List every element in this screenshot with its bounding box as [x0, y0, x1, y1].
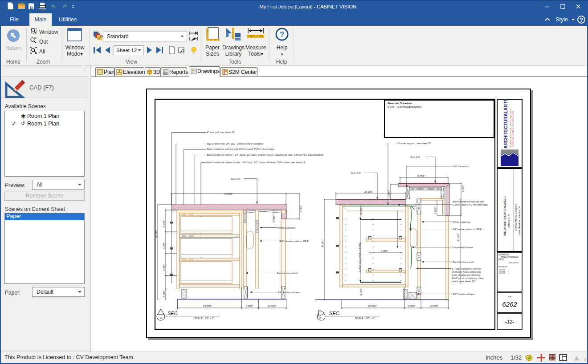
- svg-text:36.000": 36.000": [155, 229, 157, 238]
- svg-text:Sum 0-0: Sum 0-0: [231, 178, 241, 180]
- svg-text:B: B: [319, 317, 321, 320]
- svg-text:6.000": 6.000": [388, 190, 390, 197]
- svg-text:3/4" veneer panel on MDF: 3/4" veneer panel on MDF: [279, 240, 309, 243]
- svg-text:8.000": 8.000": [417, 175, 425, 178]
- svg-text:3/4" veneer panel on MDF: 3/4" veneer panel on MDF: [453, 228, 482, 231]
- svg-text:SCALE : 1/2" = 1": SCALE : 1/2" = 1": [194, 317, 214, 320]
- svg-text:Black melamine interior - 3/4": Black melamine interior - 3/4" body, 1/2…: [207, 154, 324, 156]
- svg-text:plastic- see sheet 19.: plastic- see sheet 19.: [451, 280, 475, 283]
- svg-text:shelf pins-holes drilled into: shelf pins-holes drilled into: [452, 271, 481, 273]
- svg-text:MILLWORK SHOP DRAWINGS: MILLWORK SHOP DRAWINGS: [503, 195, 506, 236]
- svg-text:36.000": 36.000": [321, 239, 324, 247]
- svg-text:23.000": 23.000": [368, 305, 377, 307]
- svg-text:1.006": 1.006": [273, 215, 275, 222]
- svg-text:Materials Schedule: Materials Schedule: [388, 102, 412, 105]
- svg-text:0-0-0 Cambria Bellingham: 0-0-0 Cambria Bellingham: [388, 105, 421, 108]
- svg-text:9.440": 9.440": [163, 242, 165, 249]
- svg-text:5.625": 5.625": [434, 206, 437, 214]
- svg-text:Black melamine sub-top with: Black melamine sub-top with: [453, 200, 484, 203]
- svg-text:Black melamine sub-top with 0.: Black melamine sub-top with 0.5mm Hack P…: [207, 148, 274, 150]
- svg-text:1.750": 1.750": [461, 185, 464, 192]
- svg-text:23.000": 23.000": [203, 305, 212, 307]
- svg-text:Particle board stud: Particle board stud: [453, 261, 474, 263]
- svg-text:4.000": 4.000": [381, 250, 388, 252]
- svg-text:WD-0 veneer on 3/4" MDF, 0.5mm: WD-0 veneer on 3/4" MDF, 0.5mm veneer ba…: [207, 142, 263, 145]
- svg-text:4.000": 4.000": [163, 290, 165, 297]
- svg-text:9.440": 9.440": [163, 220, 165, 227]
- svg-text:10.000": 10.000": [430, 305, 439, 307]
- svg-text:3/4" hardwood base: 3/4" hardwood base: [278, 291, 300, 294]
- svg-text:SEC: SEC: [329, 311, 339, 316]
- svg-text:JONAH COLEMAN: JONAH COLEMAN: [501, 256, 519, 259]
- svg-text:09/17/18 .......: 09/17/18 .......: [499, 272, 510, 274]
- svg-text:41.000": 41.000": [224, 193, 233, 195]
- svg-text:Black melamine drawer boxes -: Black melamine drawer boxes - 3/4" body,…: [207, 161, 306, 164]
- svg-text:MILLWORK | ARCHITECTURE | DESI: MILLWORK | ARCHITECTURE | DESIGN | INSTA…: [510, 109, 512, 147]
- svg-text:22.563" REMOVABLE PANEL: 22.563" REMOVABLE PANEL: [359, 242, 361, 273]
- svg-text:6262: 6262: [502, 300, 517, 308]
- svg-text:DATE :: DATE :: [498, 259, 505, 261]
- svg-text:30.250": 30.250": [457, 233, 460, 242]
- svg-text:Concealed Bracket: Concealed Bracket: [452, 246, 473, 249]
- svg-text:?: ?: [580, 16, 583, 23]
- svg-text:SEC: SEC: [167, 311, 178, 316]
- svg-text:09/10/2018: 09/10/2018: [509, 262, 519, 264]
- svg-text:6.000": 6.000": [408, 305, 416, 307]
- svg-text:3.750": 3.750": [299, 205, 302, 212]
- svg-text:?: ?: [280, 30, 284, 39]
- svg-text:0.5mm Hack PVC on front edge: 0.5mm Hack PVC on front edge: [453, 203, 488, 206]
- svg-text:-12-: -12-: [505, 319, 514, 324]
- svg-text:Sum 0-0: Sum 0-0: [410, 156, 420, 158]
- svg-text:White melamine: White melamine: [453, 221, 470, 223]
- svg-text:DRAWN BY:: DRAWN BY:: [498, 254, 510, 256]
- svg-text:3/4" hardwood base: 3/4" hardwood base: [453, 293, 475, 295]
- svg-text:ends of adjacent cabinets.: ends of adjacent cabinets.: [452, 274, 481, 276]
- svg-text:REVISIONS: REVISIONS: [498, 266, 507, 268]
- svg-text:ARCHITECTURALARTS: ARCHITECTURALARTS: [503, 98, 508, 149]
- svg-text:Counter support, see sheet 20: Counter support, see sheet 20: [397, 142, 431, 145]
- svg-text:1" Hack melamine shelf on: 1" Hack melamine shelf on: [452, 267, 481, 270]
- svg-text:6.000": 6.000": [359, 288, 362, 295]
- svg-text:9.440": 9.440": [163, 263, 165, 271]
- svg-text:Sum 0-0: Sum 0-0: [351, 172, 361, 174]
- svg-text:4" wire pull, see sheet 16.: 4" wire pull, see sheet 16.: [207, 131, 235, 133]
- svg-text:6.000": 6.000": [359, 207, 362, 214]
- svg-text:FMRC Player Services: FMRC Player Services: [514, 204, 517, 231]
- svg-text:10.000": 10.000": [268, 305, 277, 307]
- svg-text:Frank Meadows : Altoona : IA: Frank Meadows : Altoona : IA: [518, 206, 521, 235]
- svg-text:SCALE : 1/2" = 1": SCALE : 1/2" = 1": [355, 317, 375, 320]
- svg-text:JOB: JOB: [508, 295, 511, 298]
- svg-text:25.000": 25.000": [364, 190, 373, 193]
- svg-text:A: A: [159, 317, 162, 320]
- svg-text:White melamine: White melamine: [278, 226, 295, 229]
- svg-text:Details A, B: Details A, B: [507, 214, 510, 228]
- svg-text:1234 EAST OAK AVE AMES IA • 51: 1234 EAST OAK AVE AMES IA • 515 555 0123…: [512, 111, 514, 147]
- svg-text:Particle board stud: Particle board stud: [277, 272, 298, 275]
- svg-text:3/4" hardwood: 3/4" hardwood: [453, 165, 470, 168]
- svg-text:6.000": 6.000": [246, 305, 253, 307]
- svg-text:Shelf pin is non-tipping, clea: Shelf pin is non-tipping, clear: [452, 277, 484, 279]
